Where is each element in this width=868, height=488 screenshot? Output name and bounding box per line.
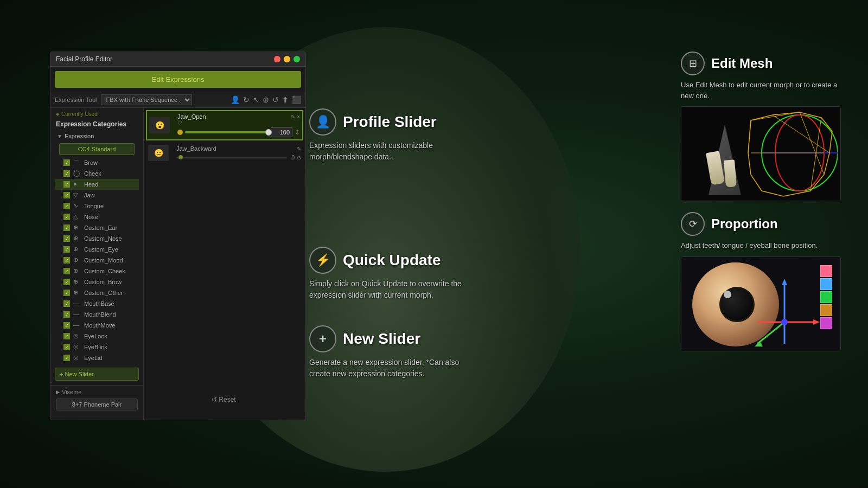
cursor-icon[interactable]: ↖ xyxy=(253,95,259,104)
maximize-button[interactable] xyxy=(293,56,300,62)
new-slider-icon: + xyxy=(319,331,327,346)
custom-eye-checkbox[interactable]: ✓ xyxy=(63,246,70,253)
custom-other-checkbox[interactable]: ✓ xyxy=(63,290,70,296)
cat-item-brow[interactable]: ✓ ⌒ Brow xyxy=(55,157,139,168)
nose-label: Nose xyxy=(84,214,98,220)
cat-item-custom-nose[interactable]: ✓ ⊕ Custom_Nose xyxy=(55,233,139,244)
tree-label: Expression xyxy=(65,133,94,139)
custom-eye-label: Custom_Eye xyxy=(84,246,118,253)
mouthblend-label: MouthBlend xyxy=(84,311,116,318)
svg-marker-10 xyxy=(782,279,787,285)
svg-line-7 xyxy=(748,120,751,153)
eyeblink-checkbox[interactable]: ✓ xyxy=(63,344,70,350)
cat-item-custom-eye[interactable]: ✓ ⊕ Custom_Eye xyxy=(55,244,139,255)
eyelook-checkbox[interactable]: ✓ xyxy=(63,333,70,339)
custom-brow-checkbox[interactable]: ✓ xyxy=(63,279,70,285)
profile-slider-icon-circle: 👤 xyxy=(309,108,336,136)
undo-icon[interactable]: ↺ xyxy=(272,95,279,104)
grid-icon[interactable]: ⬛ xyxy=(292,95,301,104)
panel-titlebar: Facial Profile Editor xyxy=(50,52,305,67)
proportion-preview xyxy=(681,256,841,351)
cheek-checkbox[interactable]: ✓ xyxy=(63,170,70,177)
cat-item-custom-ear[interactable]: ✓ ⊕ Custom_Ear xyxy=(55,222,139,233)
mouthblend-checkbox[interactable]: ✓ xyxy=(63,311,70,318)
custom-nose-checkbox[interactable]: ✓ xyxy=(63,235,70,242)
cat-item-mouthbase[interactable]: ✓ — MouthBase xyxy=(55,298,139,309)
custom-ear-checkbox[interactable]: ✓ xyxy=(63,224,70,231)
edit-expressions-button[interactable]: Edit Expressions xyxy=(55,71,301,88)
jaw-label: Jaw xyxy=(84,192,95,198)
jaw-checkbox[interactable]: ✓ xyxy=(63,192,70,198)
tongue-checkbox[interactable]: ✓ xyxy=(63,203,70,209)
refresh-icon[interactable]: ↻ xyxy=(243,95,250,104)
viseme-section: Viseme 8+7 Phoneme Pair xyxy=(50,385,143,414)
cube-pink xyxy=(820,265,832,277)
head-icon: ● xyxy=(73,181,81,188)
new-slider-header: + New Slider xyxy=(309,325,467,352)
cc4-preset-button[interactable]: CC4 Standard xyxy=(59,143,135,155)
cat-item-mouthblend[interactable]: ✓ — MouthBlend xyxy=(55,309,139,320)
jaw-open-spinner[interactable]: ⇕ xyxy=(295,129,300,136)
custom-mood-label: Custom_Mood xyxy=(84,257,123,264)
cat-item-tongue[interactable]: ✓ ∿ Tongue xyxy=(55,201,139,211)
jaw-open-heart: ♡ xyxy=(177,120,300,126)
close-button[interactable] xyxy=(274,56,280,62)
cat-item-custom-brow[interactable]: ✓ ⊕ Custom_Brow xyxy=(55,277,139,287)
profile-slider-header: 👤 Profile Slider xyxy=(309,108,483,136)
cat-item-mouthmove[interactable]: ✓ — MouthMove xyxy=(55,320,139,331)
add-icon[interactable]: ⊕ xyxy=(263,95,269,104)
quick-update-icon: ⚡ xyxy=(316,253,330,267)
cat-item-eyelook[interactable]: ✓ ◎ EyeLook xyxy=(55,331,139,342)
new-slider-desc: Generate a new expression slider. *Can a… xyxy=(309,357,467,380)
cat-item-eyelid[interactable]: ✓ ◎ EyeLid xyxy=(55,352,139,363)
cat-item-nose[interactable]: ✓ △ Nose xyxy=(55,211,139,222)
cat-item-head[interactable]: ✓ ● Head xyxy=(55,179,139,190)
upload-icon[interactable]: ⬆ xyxy=(282,95,289,104)
jaw-backward-item[interactable]: 😐 Jaw_Backward ✎ 0 ⊙ xyxy=(146,143,303,163)
new-slider-title: New Slider xyxy=(343,330,420,348)
jaw-backward-edit-icon[interactable]: ✎ xyxy=(297,146,301,152)
jaw-open-item-highlighted[interactable]: 😮 Jaw_Open ✎ × ♡ xyxy=(146,110,303,140)
edit-mesh-preview xyxy=(681,106,841,201)
cat-item-custom-mood[interactable]: ✓ ⊕ Custom_Mood xyxy=(55,255,139,266)
cube-blue xyxy=(820,278,832,290)
axis-svg xyxy=(746,279,822,349)
custom-mood-checkbox[interactable]: ✓ xyxy=(63,257,70,264)
head-checkbox[interactable]: ✓ xyxy=(63,181,70,188)
quick-update-desc: Simply click on Quick Update to overwrit… xyxy=(309,278,467,301)
profile-slider-desc: Expression sliders with customizable mor… xyxy=(309,140,483,163)
jaw-open-edit-icon[interactable]: ✎ × xyxy=(291,114,300,120)
jaw-open-value-input[interactable] xyxy=(271,127,292,137)
minimize-button[interactable] xyxy=(284,56,290,62)
cat-item-jaw[interactable]: ✓ ▽ Jaw xyxy=(55,190,139,201)
mouthmove-checkbox[interactable]: ✓ xyxy=(63,322,70,329)
custom-eye-icon: ⊕ xyxy=(73,246,81,253)
new-slider-button[interactable]: + New Slider xyxy=(55,368,139,381)
person-icon[interactable]: 👤 xyxy=(231,95,240,104)
brow-checkbox[interactable]: ✓ xyxy=(63,159,70,166)
eyeblink-label: EyeBlink xyxy=(84,344,107,350)
expression-tree-parent[interactable]: ▼ Expression xyxy=(55,131,139,141)
cat-item-cheek[interactable]: ✓ ◯ Cheek xyxy=(55,168,139,179)
custom-cheek-icon: ⊕ xyxy=(73,267,81,275)
reset-button[interactable]: ↺ Reset xyxy=(212,396,236,403)
custom-cheek-checkbox[interactable]: ✓ xyxy=(63,268,70,274)
phoneme-pair-button[interactable]: 8+7 Phoneme Pair xyxy=(56,399,138,410)
expression-tool-label: Expression Tool xyxy=(55,97,97,103)
fbx-sequence-select[interactable]: FBX with Frame Sequence . xyxy=(101,94,192,105)
eyelook-label: EyeLook xyxy=(84,333,107,339)
jaw-backward-extra-icon[interactable]: ⊙ xyxy=(297,155,301,160)
mouthbase-checkbox[interactable]: ✓ xyxy=(63,300,70,307)
cat-item-custom-other[interactable]: ✓ ⊕ Custom_Other xyxy=(55,287,139,298)
mouthbase-icon: — xyxy=(73,300,81,307)
nose-checkbox[interactable]: ✓ xyxy=(63,214,70,220)
wireframe-svg xyxy=(729,110,838,199)
profile-slider-icon: 👤 xyxy=(316,115,330,129)
expression-list: 😮 Jaw_Open ✎ × ♡ xyxy=(144,108,305,420)
color-cubes xyxy=(820,265,832,329)
new-slider-icon-circle: + xyxy=(309,325,336,352)
cube-green xyxy=(820,291,832,303)
cat-item-eyeblink[interactable]: ✓ ◎ EyeBlink xyxy=(55,342,139,352)
eyelid-checkbox[interactable]: ✓ xyxy=(63,355,70,361)
cat-item-custom-cheek[interactable]: ✓ ⊕ Custom_Cheek xyxy=(55,266,139,277)
